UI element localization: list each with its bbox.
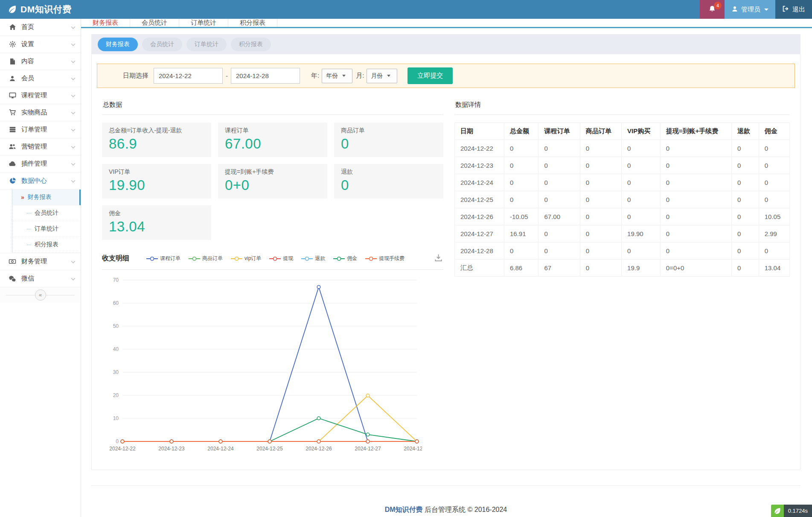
sidebar-item-plugins[interactable]: 插件管理 (0, 155, 81, 172)
card-value: 67.00 (225, 136, 320, 152)
sidebar-item-finance[interactable]: 财务管理 (0, 253, 81, 270)
year-select[interactable]: 年份 (322, 69, 352, 83)
tab-order-stats[interactable]: 订单统计 (179, 19, 228, 27)
legend-marker-icon (365, 257, 377, 261)
sidebar-item-marketing[interactable]: 营销管理 (0, 138, 81, 155)
sidebar-item-label: 订单管理 (21, 126, 47, 134)
tab-finance-report[interactable]: 财务报表 (81, 19, 130, 27)
sidebar-subitem-order-stats[interactable]: 订单统计 (12, 221, 81, 237)
cart-icon (9, 109, 16, 117)
legend-item[interactable]: 提现 (269, 255, 293, 262)
sidebar-item-members[interactable]: 会员 (0, 70, 81, 87)
logout-icon (782, 5, 789, 14)
sidebar-item-data-center[interactable]: 数据中心 (0, 172, 81, 190)
chart-legend: 课程订单 商品订单 vip订单 提现 退款 佣金 提现手续费 (146, 255, 405, 262)
admin-menu-button[interactable]: 管理员 (725, 0, 775, 19)
card-value: 13.04 (109, 219, 204, 235)
sidebar-item-settings[interactable]: 设置 (0, 36, 81, 53)
svg-text:2024-12-26: 2024-12-26 (306, 446, 332, 452)
tree-branch (27, 229, 31, 229)
table-cell: 2024-12-28 (455, 242, 504, 260)
table-cell: 0 (732, 140, 759, 157)
sidebar-item-courses[interactable]: 课程管理 (0, 87, 81, 104)
sidebar-subitem-member-stats[interactable]: 会员统计 (12, 205, 81, 221)
table-cell: 0 (538, 242, 580, 260)
card-label: 课程订单 (225, 127, 320, 134)
chevron-down-icon (71, 23, 76, 31)
sidebar-collapse-button[interactable]: « (35, 289, 46, 301)
submit-button[interactable]: 立即提交 (407, 67, 453, 84)
brand-title: DM知识付费 (20, 3, 72, 15)
legend-marker-icon (269, 257, 281, 261)
notification-badge: 4 (714, 2, 722, 9)
sidebar-subitem-finance-report[interactable]: »财务报表 (12, 190, 81, 205)
logout-button[interactable]: 退出 (775, 0, 812, 19)
page-footer: DM知识付费 后台管理系统 © 2016-2024 (91, 486, 800, 517)
summary-title: 总数据 (102, 96, 443, 115)
card-value: 19.90 (109, 177, 204, 193)
active-arrow-icon: » (21, 194, 24, 201)
sidebar-item-content[interactable]: 内容 (0, 53, 81, 70)
sidebar-item-orders[interactable]: 订单管理 (0, 121, 81, 138)
pill-points-report[interactable]: 积分报表 (231, 38, 271, 51)
card-label: 退款 (341, 168, 437, 176)
table-cell: 0 (660, 140, 731, 157)
date-filter-bar: 日期选择 - 年: 年份 月: 月份 立即提交 (97, 64, 795, 88)
tab-member-stats[interactable]: 会员统计 (130, 19, 179, 27)
svg-text:2024-12-22: 2024-12-22 (109, 446, 136, 452)
table-cell: 6.86 (504, 260, 538, 277)
chevron-down-icon (71, 275, 76, 282)
sidebar-item-home[interactable]: 首页 (0, 19, 81, 36)
month-select[interactable]: 月份 (367, 69, 397, 83)
chart-title: 收支明细 (102, 254, 129, 263)
table-cell: 0 (580, 225, 621, 242)
date-filter-label: 日期选择 (123, 72, 148, 80)
table-cell: 0 (538, 140, 580, 157)
table-cell: 0 (660, 157, 731, 174)
legend-item[interactable]: 佣金 (333, 255, 357, 262)
chevron-down-icon (71, 92, 76, 99)
table-row: 2024-12-240000000 (455, 174, 790, 191)
date-to-input[interactable] (231, 68, 300, 84)
sidebar-subitem-points-report[interactable]: 积分报表 (12, 237, 81, 253)
card-value: 0 (341, 177, 437, 193)
legend-item[interactable]: 商品订单 (189, 255, 223, 262)
pill-member-stats[interactable]: 会员统计 (142, 38, 182, 51)
sidebar-item-goods[interactable]: 实物商品 (0, 104, 81, 121)
user-icon (731, 6, 738, 14)
card-label: 提现=到账+手续费 (225, 168, 320, 176)
legend-marker-icon (189, 257, 200, 261)
footer-text: 后台管理系统 © 2016-2024 (425, 506, 507, 513)
tab-points-report[interactable]: 积分报表 (228, 19, 277, 27)
sidebar-item-wechat[interactable]: 微信 (0, 270, 81, 287)
svg-text:2024-12-23: 2024-12-23 (158, 446, 185, 452)
notifications-button[interactable]: 4 (700, 0, 725, 19)
legend-item[interactable]: 提现手续费 (365, 255, 405, 262)
table-cell: 0 (660, 174, 731, 191)
legend-item[interactable]: 退款 (301, 255, 325, 262)
date-from-input[interactable] (154, 68, 223, 84)
document-icon (9, 58, 16, 65)
legend-item[interactable]: vip订单 (231, 255, 261, 262)
svg-text:2024-12-28: 2024-12-28 (404, 446, 422, 452)
card-value: 0 (341, 136, 437, 152)
svg-text:2024-12-25: 2024-12-25 (256, 446, 283, 452)
table-cell: 0 (538, 191, 580, 208)
sidebar-item-label: 首页 (21, 23, 34, 31)
table-cell: 0 (732, 174, 759, 191)
table-cell: 0 (580, 191, 621, 208)
year-label: 年: (311, 72, 319, 80)
download-icon[interactable] (434, 253, 443, 264)
column-header: 退款 (732, 123, 759, 140)
table-cell: 0 (504, 191, 538, 208)
tree-branch (27, 245, 31, 245)
pill-finance-report[interactable]: 财务报表 (98, 38, 138, 51)
pill-order-stats[interactable]: 订单统计 (186, 38, 227, 51)
sidebar-item-label: 设置 (21, 40, 34, 48)
table-cell: 0 (732, 260, 759, 277)
table-cell: 0 (580, 260, 621, 277)
legend-marker-icon (301, 257, 313, 261)
table-cell: 0 (732, 157, 759, 174)
table-cell: 2024-12-25 (455, 191, 504, 208)
legend-item[interactable]: 课程订单 (146, 255, 180, 262)
